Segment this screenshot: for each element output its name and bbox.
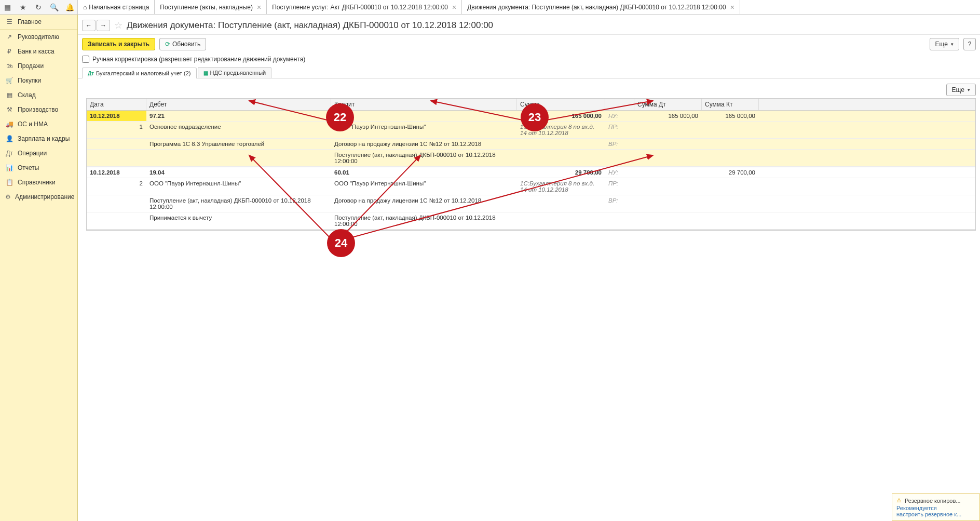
sidebar-label: Руководителю [18, 33, 59, 41]
cell-credit: ООО "Пауэр Интернэшнл-Шины" [331, 178, 517, 195]
sidebar-label: Покупки [18, 77, 41, 84]
sub-tab[interactable]: ДтБухгалтерский и налоговый учет (2) [82, 68, 197, 78]
sidebar-label: Администрирование [15, 193, 74, 201]
close-icon[interactable]: × [257, 3, 261, 11]
grid-header: Дата Дебет Кредит Сумма Сумма Дт Сумма К… [87, 99, 975, 111]
nav-buttons: ← → [82, 20, 110, 31]
sidebar-item[interactable]: 🚚ОС и НМА [0, 117, 77, 131]
col-sum: Сумма [517, 99, 605, 110]
movements-grid[interactable]: Дата Дебет Кредит Сумма Сумма Дт Сумма К… [86, 98, 976, 231]
cell-sum-kt [702, 178, 759, 195]
sidebar-item[interactable]: 📋Справочники [0, 175, 77, 190]
sidebar-item[interactable]: 🛍Продажи [0, 59, 77, 73]
sidebar-icon: ⚙ [5, 193, 11, 201]
grid-row[interactable]: 1Основное подразделениеООО "Пауэр Интерн… [87, 122, 975, 139]
refresh-icon: ⟳ [165, 41, 170, 48]
grid-row[interactable]: Поступление (акт, накладная) ДКБП-000010… [87, 195, 975, 212]
tab-icon: Дт [88, 71, 94, 76]
cell-date: 2 [87, 178, 146, 195]
sidebar-label: Отчеты [18, 164, 39, 171]
cell-credit: Договор на продажу лицензии 1С №12 от 10… [331, 195, 517, 212]
apps-icon[interactable]: ▦ [3, 2, 13, 12]
bell-icon[interactable]: 🔔 [64, 2, 75, 12]
sidebar: ☰Главное↗Руководителю₽Банк и касса🛍Прода… [0, 15, 78, 521]
sidebar-item[interactable]: ▦Склад [0, 88, 77, 102]
annotation-24: 24 [327, 229, 355, 257]
grid-row[interactable]: Программа 1С 8.3 Управление торговлейДог… [87, 139, 975, 150]
sidebar-item[interactable]: ₽Банк и касса [0, 44, 77, 59]
cell-tag: ВР: [605, 139, 634, 149]
close-icon[interactable]: × [452, 3, 456, 11]
cell-tag: НУ: [605, 167, 634, 178]
grid-row[interactable]: 10.12.201819.0460.0129 700,00НУ:29 700,0… [87, 167, 975, 178]
page-title: Движения документа: Поступление (акт, на… [127, 20, 493, 31]
cell-debit: Поступление (акт, накладная) ДКБП-000010… [146, 195, 331, 212]
grid-row[interactable]: 2ООО "Пауэр Интернэшнл-Шины"ООО "Пауэр И… [87, 178, 975, 195]
warning-icon: ⚠ [896, 497, 902, 504]
notif-link1[interactable]: Рекомендуется [896, 505, 975, 511]
notif-title: Резервное копиров... [905, 498, 961, 504]
manual-edit-checkbox[interactable] [82, 56, 89, 63]
window-tabs: ⌂Начальная страницаПоступление (акты, на… [78, 0, 980, 14]
favorite-icon[interactable]: ★ [18, 2, 29, 12]
refresh-button[interactable]: ⟳Обновить [159, 38, 206, 50]
cell-debit: Принимается к вычету [146, 212, 331, 229]
table-more-button[interactable]: Еще [946, 84, 976, 96]
grid-group[interactable]: 10.12.201819.0460.0129 700,00НУ:29 700,0… [87, 167, 975, 230]
table-area: Еще Дата Дебет Кредит Сумма Сумма Дт Сум… [78, 78, 980, 521]
window-tab[interactable]: Поступление (акты, накладные)× [155, 0, 267, 14]
cell-credit: Договор на продажу лицензии 1С №12 от 10… [331, 139, 517, 149]
notif-link2[interactable]: настроить резервное к... [896, 511, 975, 517]
grid-row[interactable]: Принимается к вычетуПоступление (акт, на… [87, 212, 975, 230]
sidebar-icon: 🛒 [5, 76, 13, 85]
cell-tag: ВР: [605, 195, 634, 212]
sidebar-item[interactable]: ☰Главное [0, 15, 77, 30]
sidebar-icon: ⚒ [5, 105, 13, 114]
window-tab[interactable]: Поступление услуг: Акт ДКБП-000010 от 10… [267, 0, 462, 14]
grid-row[interactable]: Поступление (акт, накладная) ДКБП-000010… [87, 150, 975, 167]
sidebar-icon: ☰ [5, 18, 13, 26]
cell-date: 1 [87, 122, 146, 138]
grid-group[interactable]: 10.12.201897.2160.01165 000,00НУ:165 000… [87, 111, 975, 167]
cell-sum-dt [634, 122, 702, 138]
sidebar-item[interactable]: ⚙Администрирование [0, 190, 77, 204]
sidebar-icon: Дт [5, 149, 13, 157]
sub-tab-label: НДС предъявленный [210, 70, 266, 76]
grid-row[interactable]: 10.12.201897.2160.01165 000,00НУ:165 000… [87, 111, 975, 122]
backup-notification[interactable]: ⚠Резервное копиров... Рекомендуется наст… [892, 493, 980, 521]
star-icon[interactable]: ☆ [114, 20, 122, 31]
col-debit: Дебет [146, 99, 331, 110]
forward-button[interactable]: → [97, 20, 110, 31]
manual-edit-label: Ручная корректировка (разрешает редактир… [92, 56, 305, 63]
sidebar-item[interactable]: 👤Зарплата и кадры [0, 131, 77, 146]
sub-tab[interactable]: ▦НДС предъявленный [198, 67, 272, 78]
close-icon[interactable]: × [730, 3, 734, 11]
cell-sum-kt [702, 195, 759, 212]
window-tab[interactable]: ⌂Начальная страница [78, 0, 155, 14]
help-button[interactable]: ? [963, 38, 976, 50]
sidebar-item[interactable]: 🛒Покупки [0, 73, 77, 88]
col-sum-kt: Сумма Кт [702, 99, 759, 110]
sidebar-item[interactable]: ⚒Производство [0, 102, 77, 117]
more-button[interactable]: Еще [930, 38, 959, 50]
cell-credit: Поступление (акт, накладная) ДКБП-000010… [331, 150, 517, 166]
system-toolbar: ▦ ★ ↻ 🔍 🔔 [0, 0, 78, 14]
sidebar-icon: ▦ [5, 91, 13, 99]
sidebar-label: Продажи [18, 62, 44, 70]
window-tab[interactable]: Движения документа: Поступление (акт, на… [462, 0, 740, 14]
cell-debit: Программа 1С 8.3 Управление торговлей [146, 139, 331, 149]
cell-sum-kt: 29 700,00 [702, 167, 759, 178]
cell-sum [517, 139, 605, 149]
cell-debit: ООО "Пауэр Интернэшнл-Шины" [146, 178, 331, 195]
sidebar-item[interactable]: ДтОперации [0, 146, 77, 161]
back-button[interactable]: ← [82, 20, 96, 31]
save-close-button[interactable]: Записать и закрыть [82, 38, 155, 50]
col-date: Дата [87, 99, 146, 110]
sidebar-icon: 🛍 [5, 62, 13, 70]
sidebar-label: Справочники [18, 179, 56, 186]
search-icon[interactable]: 🔍 [49, 2, 59, 12]
sidebar-item[interactable]: ↗Руководителю [0, 30, 77, 44]
history-icon[interactable]: ↻ [33, 2, 44, 12]
cell-sum-dt [634, 195, 702, 212]
sidebar-item[interactable]: 📊Отчеты [0, 161, 77, 175]
